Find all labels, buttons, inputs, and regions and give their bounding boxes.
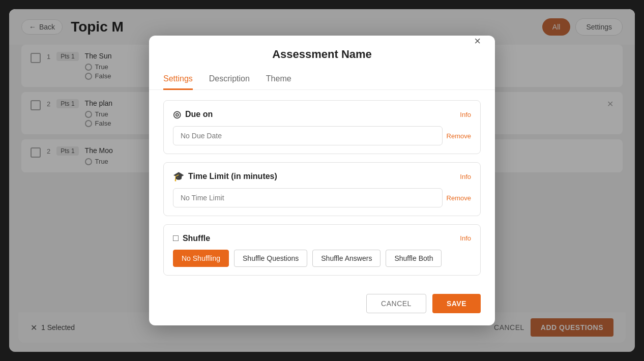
shuffle-header: □ Shuffle Info [173,233,471,244]
time-limit-title: 🎓 Time Limit (in minutes) [173,171,277,182]
shuffle-buttons: No Shuffling Shuffle Questions Shuffle A… [173,250,471,267]
time-limit-section: 🎓 Time Limit (in minutes) Info Remove [163,162,481,216]
shuffle-title: □ Shuffle [173,233,210,244]
shuffle-both-button[interactable]: Shuffle Both [386,250,442,267]
shuffle-icon: □ [173,233,179,244]
shuffle-answers-button[interactable]: Shuffle Answers [312,250,380,267]
modal-save-button[interactable]: SAVE [432,294,481,313]
shuffle-section: □ Shuffle Info No Shuffling Shuffle Ques… [163,224,481,276]
due-on-section: ◎ Due on Info Remove [163,100,481,154]
modal-close-button[interactable]: × [474,36,481,47]
modal-overlay: Assessment Name × Settings Description T… [9,9,635,352]
modal-tabs: Settings Description Theme [149,69,495,90]
graduation-icon: 🎓 [173,171,184,182]
assessment-modal: Assessment Name × Settings Description T… [149,36,495,325]
modal-cancel-button[interactable]: CANCEL [366,294,426,313]
shuffle-questions-button[interactable]: Shuffle Questions [234,250,307,267]
no-shuffling-button[interactable]: No Shuffling [173,250,229,267]
time-limit-remove-button[interactable]: Remove [447,194,471,202]
due-on-input[interactable] [173,126,443,145]
due-on-remove-button[interactable]: Remove [447,132,471,140]
target-icon: ◎ [173,109,181,120]
modal-title: Assessment Name [272,48,372,61]
modal-body: ◎ Due on Info Remove 🎓 Time Limit (in mi… [149,90,495,286]
shuffle-info-button[interactable]: Info [460,234,471,242]
due-on-input-row: Remove [173,126,471,145]
time-limit-input[interactable] [173,188,443,207]
time-limit-input-row: Remove [173,188,471,207]
modal-footer: CANCEL SAVE [149,286,495,325]
tab-description[interactable]: Description [209,69,250,90]
due-on-info-button[interactable]: Info [460,111,471,118]
time-limit-header: 🎓 Time Limit (in minutes) Info [173,171,471,182]
due-on-title: ◎ Due on [173,109,213,120]
time-limit-info-button[interactable]: Info [460,173,471,180]
due-on-header: ◎ Due on Info [173,109,471,120]
tab-settings[interactable]: Settings [163,69,193,90]
tab-theme[interactable]: Theme [266,69,291,90]
modal-header: Assessment Name × [149,36,495,61]
